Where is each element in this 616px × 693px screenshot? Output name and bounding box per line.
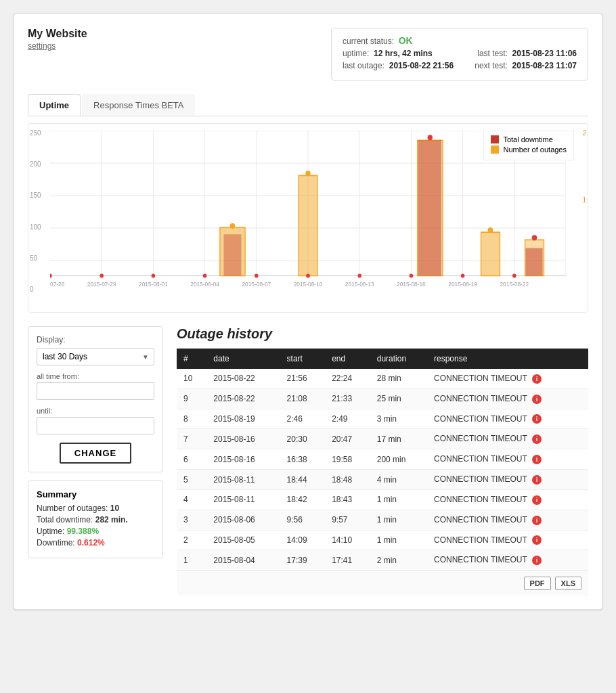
info-icon[interactable]: i xyxy=(532,395,542,404)
svg-text:2015-08-10: 2015-08-10 xyxy=(294,280,323,287)
svg-point-21 xyxy=(305,171,310,176)
status-box: current status: OK uptime: 12 hrs, 42 mi… xyxy=(331,28,588,81)
cell-end: 22:24 xyxy=(325,369,370,388)
svg-point-40 xyxy=(50,273,52,277)
info-icon[interactable]: i xyxy=(532,475,542,485)
cell-response: CONNECTION TIMEOUT i xyxy=(427,369,588,388)
cell-duration: 1 min xyxy=(370,530,427,550)
table-row: 10 2015-08-22 21:56 22:24 28 min CONNECT… xyxy=(177,369,588,388)
header: My Website settings current status: OK u… xyxy=(28,28,588,81)
period-select[interactable]: last 30 Days last 7 Days last 90 Days Al… xyxy=(37,348,154,365)
cell-start: 14:09 xyxy=(280,530,326,550)
legend-outages: Number of outages xyxy=(491,146,567,154)
summary-outages: Number of outages: 10 xyxy=(37,504,154,513)
cell-end: 14:10 xyxy=(325,530,370,550)
table-row: 8 2015-08-19 2:46 2:49 3 min CONNECTION … xyxy=(177,409,588,429)
export-xls-button[interactable]: XLS xyxy=(555,577,581,590)
info-icon[interactable]: i xyxy=(532,455,542,464)
cell-num: 3 xyxy=(177,510,206,530)
cell-response: CONNECTION TIMEOUT i xyxy=(427,429,588,449)
svg-point-47 xyxy=(410,273,414,277)
svg-point-46 xyxy=(357,273,361,277)
col-response: response xyxy=(427,349,588,369)
cell-end: 19:58 xyxy=(325,449,370,470)
status-value: OK xyxy=(399,35,413,46)
uptime-label: uptime: 12 hrs, 42 mins xyxy=(343,49,433,58)
tab-response-times[interactable]: Response Times BETA xyxy=(82,94,195,116)
legend-downtime-label: Total downtime xyxy=(503,135,552,143)
site-info: My Website settings xyxy=(28,28,87,51)
svg-text:2015-08-22: 2015-08-22 xyxy=(500,280,529,287)
svg-point-41 xyxy=(100,273,104,277)
table-row: 4 2015-08-11 18:42 18:43 1 min CONNECTIO… xyxy=(177,489,588,510)
svg-point-45 xyxy=(306,273,310,277)
info-icon[interactable]: i xyxy=(532,516,542,525)
status-label: current status: OK xyxy=(343,35,413,46)
info-icon[interactable]: i xyxy=(532,535,542,545)
table-row: 5 2015-08-11 18:44 18:48 4 min CONNECTIO… xyxy=(177,470,588,490)
svg-text:2015-08-13: 2015-08-13 xyxy=(345,280,374,287)
cell-duration: 1 min xyxy=(370,489,427,510)
until-input[interactable] xyxy=(37,417,154,434)
cell-date: 2015-08-04 xyxy=(206,550,280,571)
export-pdf-button[interactable]: PDF xyxy=(524,577,551,590)
next-test: next test: 2015-08-23 11:07 xyxy=(475,61,577,70)
tabs: Uptime Response Times BETA xyxy=(28,94,588,116)
info-icon[interactable]: i xyxy=(532,434,542,444)
svg-point-29 xyxy=(532,235,537,240)
col-date: date xyxy=(206,349,280,369)
legend-downtime: Total downtime xyxy=(491,135,567,143)
summary-uptime: Uptime: 99.388% xyxy=(37,527,154,536)
svg-text:2015-08-07: 2015-08-07 xyxy=(242,280,271,287)
tab-uptime[interactable]: Uptime xyxy=(28,94,81,116)
table-row: 7 2015-08-16 20:30 20:47 17 min CONNECTI… xyxy=(177,429,588,449)
cell-end: 21:33 xyxy=(325,388,370,409)
chart-area: 250 200 150 100 50 0 2 1 xyxy=(28,123,588,313)
cell-num: 6 xyxy=(177,449,206,470)
cell-end: 2:49 xyxy=(325,409,370,429)
change-button[interactable]: CHANGE xyxy=(60,443,131,464)
cell-response: CONNECTION TIMEOUT i xyxy=(427,530,588,550)
cell-duration: 200 min xyxy=(370,449,427,470)
info-icon[interactable]: i xyxy=(532,414,542,424)
cell-date: 2015-08-22 xyxy=(206,388,280,409)
cell-num: 8 xyxy=(177,409,206,429)
info-icon[interactable]: i xyxy=(532,556,542,565)
site-title: My Website xyxy=(28,28,87,40)
chart-y-labels: 250 200 150 100 50 0 xyxy=(30,129,41,293)
downtime-value: 282 min. xyxy=(95,515,128,524)
svg-text:2015-07-29: 2015-07-29 xyxy=(87,280,116,287)
cell-response: CONNECTION TIMEOUT i xyxy=(427,489,588,510)
cell-num: 7 xyxy=(177,429,206,449)
cell-duration: 25 min xyxy=(370,388,427,409)
status-current-row: current status: OK xyxy=(343,35,577,46)
svg-point-26 xyxy=(488,227,493,233)
cell-start: 9:56 xyxy=(280,510,326,530)
cell-duration: 1 min xyxy=(370,510,427,530)
cell-response: CONNECTION TIMEOUT i xyxy=(427,449,588,470)
cell-start: 16:38 xyxy=(280,449,326,470)
cell-response: CONNECTION TIMEOUT i xyxy=(427,409,588,429)
svg-marker-25 xyxy=(481,232,500,275)
svg-point-49 xyxy=(512,273,516,277)
svg-marker-23 xyxy=(418,140,441,275)
cell-date: 2015-08-19 xyxy=(206,409,280,429)
svg-text:2015-08-19: 2015-08-19 xyxy=(448,280,477,287)
last-test: last test: 2015-08-23 11:06 xyxy=(477,49,577,58)
info-icon[interactable]: i xyxy=(532,495,542,505)
downtime-pct-value: 0.612% xyxy=(77,538,105,547)
svg-marker-20 xyxy=(299,175,317,275)
settings-link[interactable]: settings xyxy=(28,41,87,51)
cell-start: 18:42 xyxy=(280,489,326,510)
cell-start: 18:44 xyxy=(280,470,326,490)
svg-text:2015-08-04: 2015-08-04 xyxy=(190,280,219,287)
cell-response: CONNECTION TIMEOUT i xyxy=(427,510,588,530)
cell-duration: 3 min xyxy=(370,409,427,429)
cell-date: 2015-08-16 xyxy=(206,429,280,449)
from-input[interactable] xyxy=(37,382,154,400)
table-row: 2 2015-08-05 14:09 14:10 1 min CONNECTIO… xyxy=(177,530,588,550)
info-icon[interactable]: i xyxy=(532,374,542,384)
svg-point-44 xyxy=(255,273,259,277)
cell-num: 2 xyxy=(177,530,206,550)
cell-start: 2:46 xyxy=(280,409,326,429)
